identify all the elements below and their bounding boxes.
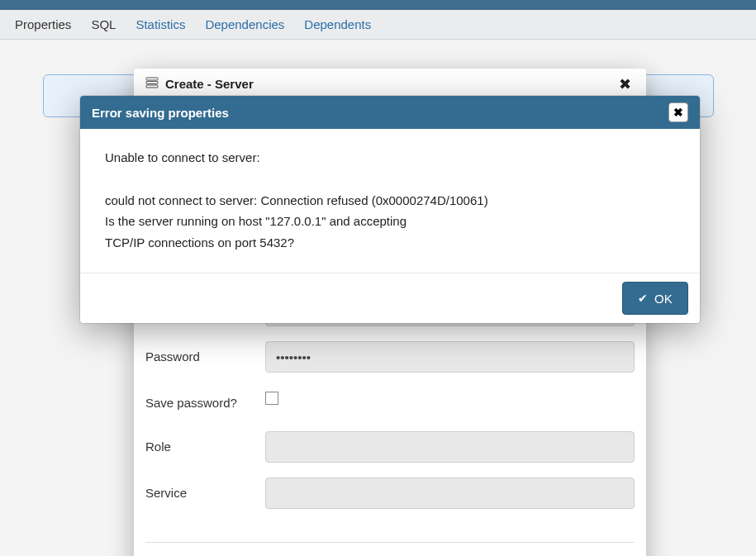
app-top-bar <box>0 0 756 10</box>
close-error-button[interactable]: ✖ <box>668 102 688 122</box>
error-modal-body: Unable to connect to server: could not c… <box>80 129 700 273</box>
check-icon: ✔ <box>638 292 648 305</box>
save-password-checkbox[interactable] <box>265 392 278 405</box>
role-label: Role <box>145 431 265 455</box>
error-modal-footer: ✔ OK <box>80 273 700 323</box>
tab-dependents[interactable]: Dependents <box>294 12 381 36</box>
save-password-label: Save password? <box>145 387 265 411</box>
password-field[interactable] <box>265 341 635 373</box>
error-message-line2: Is the server running on host "127.0.0.1… <box>105 211 675 232</box>
service-field[interactable] <box>265 478 635 509</box>
form-row-role: Role <box>145 431 635 463</box>
service-label: Service <box>145 478 265 501</box>
svg-rect-2 <box>146 85 158 88</box>
error-modal-title: Error saving properties <box>92 106 668 120</box>
main-tabstrip: Properties SQL Statistics Dependencies D… <box>0 10 756 40</box>
close-icon: ✖ <box>673 106 683 119</box>
close-dialog-button[interactable]: ✖ <box>616 72 635 97</box>
create-server-dialog-title: Create - Server <box>165 77 616 91</box>
main-panel: Create - Server ✖ Username Password Save… <box>0 40 756 556</box>
ok-button[interactable]: ✔ OK <box>622 282 688 315</box>
form-row-password: Password <box>145 341 635 373</box>
tab-properties[interactable]: Properties <box>5 12 81 36</box>
ok-button-label: OK <box>654 292 673 306</box>
tab-statistics[interactable]: Statistics <box>126 12 195 36</box>
tab-sql[interactable]: SQL <box>81 12 126 36</box>
error-message-intro: Unable to connect to server: <box>105 147 675 169</box>
error-modal-header: Error saving properties ✖ <box>80 96 700 129</box>
form-row-service: Service <box>145 478 635 509</box>
tab-dependencies[interactable]: Dependencies <box>195 12 294 36</box>
form-row-save-password: Save password? <box>145 387 635 411</box>
error-message-line1: could not connect to server: Connection … <box>105 190 675 211</box>
password-label: Password <box>145 341 265 365</box>
server-icon <box>145 76 159 92</box>
svg-rect-1 <box>146 82 158 84</box>
svg-rect-0 <box>146 78 158 80</box>
role-field[interactable] <box>265 431 635 463</box>
dialog-footer-strip <box>145 542 635 552</box>
error-message-line3: TCP/IP connections on port 5432? <box>105 232 675 254</box>
error-modal: Error saving properties ✖ Unable to conn… <box>80 96 700 323</box>
